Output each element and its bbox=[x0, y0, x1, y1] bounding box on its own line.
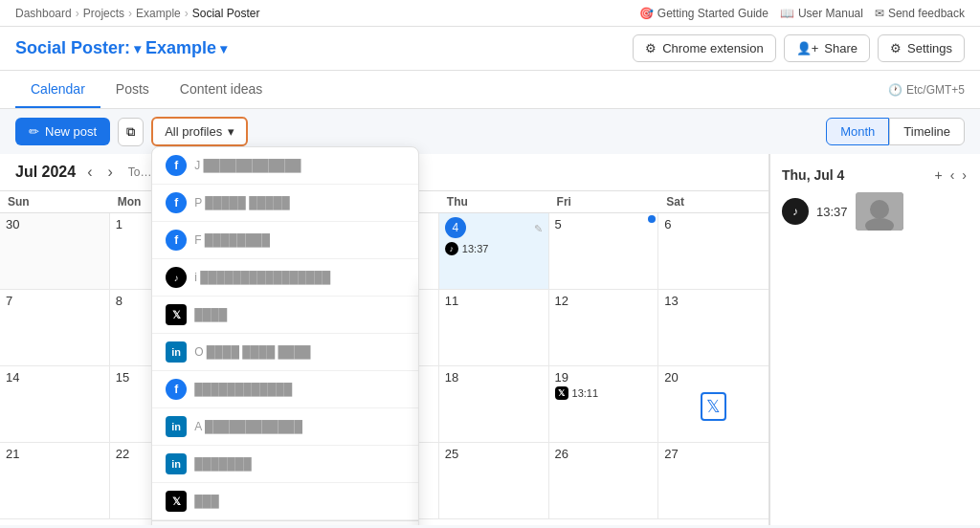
toolbar-left: ✏ New post ⧉ All profiles ▾ f J ████████… bbox=[15, 117, 248, 146]
profiles-dropdown: f J ████████████ f P █████ █████ f F ███… bbox=[151, 146, 419, 525]
month-view-button[interactable]: Month bbox=[826, 118, 889, 145]
cal-cell-12[interactable]: 12 bbox=[549, 290, 659, 366]
share-icon: 👤+ bbox=[796, 41, 819, 55]
project-name-link[interactable]: Example bbox=[145, 38, 227, 57]
chrome-icon: ⚙ bbox=[645, 41, 657, 55]
book-icon: 📖 bbox=[780, 7, 794, 20]
profile-item[interactable]: 𝕏 ███ bbox=[152, 483, 418, 520]
cal-cell-20[interactable]: 20 𝕏 bbox=[658, 366, 768, 443]
day-header-thu: Thu bbox=[439, 191, 549, 212]
tab-calendar[interactable]: Calendar bbox=[15, 72, 100, 108]
x-profile-icon: 𝕏 bbox=[166, 304, 187, 325]
share-button[interactable]: 👤+ Share bbox=[784, 34, 870, 62]
cal-cell-21[interactable]: 21 bbox=[0, 443, 110, 519]
profile-item[interactable]: f J ████████████ bbox=[152, 147, 418, 185]
fb-profile-icon: f bbox=[166, 192, 187, 213]
day-header-sat: Sat bbox=[658, 191, 768, 212]
sidebar-panel: Thu, Jul 4 + ‹ › ♪ 13:37 bbox=[769, 154, 980, 525]
calendar-area: Jul 2024 ‹ › To… Sun Mon Tue Wed Thu Fri… bbox=[0, 154, 980, 525]
cal-cell-18[interactable]: 18 bbox=[439, 366, 549, 443]
breadcrumb-dashboard[interactable]: Dashboard bbox=[15, 7, 72, 20]
toolbar-right: Month Timeline bbox=[826, 118, 965, 145]
toolbar: ✏ New post ⧉ All profiles ▾ f J ████████… bbox=[0, 109, 980, 154]
profile-item[interactable]: in ███████ bbox=[152, 446, 418, 483]
fb-profile-icon: f bbox=[166, 230, 187, 251]
profile-item[interactable]: ♪ i ████████████████ bbox=[152, 259, 418, 297]
add-profile-button[interactable]: Add profile › f Connect Facebook 📷 Conne… bbox=[152, 520, 418, 525]
profile-item[interactable]: f ████████████ bbox=[152, 371, 418, 408]
breadcrumb: Dashboard › Projects › Example › Social … bbox=[15, 7, 259, 20]
event-4-1[interactable]: ♪ 13:37 bbox=[445, 242, 543, 255]
fb-profile-icon: f bbox=[166, 379, 187, 400]
cal-cell-4-today[interactable]: 4 ✎ ♪ 13:37 bbox=[439, 213, 549, 290]
today-label: To… bbox=[128, 165, 152, 179]
cal-cell-11[interactable]: 11 bbox=[439, 290, 549, 366]
linkedin-profile-icon: in bbox=[166, 416, 187, 437]
profile-item[interactable]: f F ████████ bbox=[152, 222, 418, 259]
tab-posts[interactable]: Posts bbox=[100, 72, 165, 108]
edit-icon[interactable]: ✎ bbox=[534, 223, 543, 235]
day-header-sun: Sun bbox=[0, 191, 110, 212]
chevron-down-icon: ▾ bbox=[228, 124, 234, 139]
sidebar-event-image bbox=[856, 192, 903, 231]
x-event-icon: 𝕏 bbox=[555, 386, 568, 400]
profile-item[interactable]: f P █████ █████ bbox=[152, 185, 418, 222]
sidebar-add-button[interactable]: + bbox=[932, 165, 944, 185]
sidebar-date: Thu, Jul 4 + ‹ › bbox=[782, 165, 969, 185]
header-actions: ⚙ Chrome extension 👤+ Share ⚙ Settings bbox=[633, 34, 965, 62]
sidebar-event-item[interactable]: ♪ 13:37 bbox=[782, 192, 969, 231]
cal-cell-26[interactable]: 26 bbox=[549, 443, 659, 519]
sidebar-next-button[interactable]: › bbox=[960, 165, 969, 185]
profile-item[interactable]: in O ████ ████ ████ bbox=[152, 334, 418, 371]
copy-button[interactable]: ⧉ bbox=[118, 118, 144, 146]
page-header: Social Poster: Example ⚙ Chrome extensio… bbox=[0, 27, 980, 71]
tiktok-sidebar-icon: ♪ bbox=[792, 205, 798, 218]
tabs-bar: Calendar Posts Content ideas 🕐 Etc/GMT+5 bbox=[0, 71, 980, 109]
breadcrumb-example[interactable]: Example bbox=[136, 7, 181, 20]
new-post-button[interactable]: ✏ New post bbox=[15, 118, 110, 145]
all-profiles-button[interactable]: All profiles ▾ bbox=[151, 117, 248, 146]
cal-cell-30-jun[interactable]: 30 bbox=[0, 213, 110, 290]
getting-started-icon: 🎯 bbox=[639, 7, 654, 20]
linkedin-profile-icon: in bbox=[166, 341, 187, 363]
tiktok-event-icon: ♪ bbox=[445, 242, 458, 255]
getting-started-link[interactable]: 🎯 Getting Started Guide bbox=[639, 7, 768, 20]
cal-cell-13[interactable]: 13 bbox=[658, 290, 768, 366]
event-dot-5 bbox=[648, 215, 656, 223]
timezone-display: 🕐 Etc/GMT+5 bbox=[888, 83, 965, 97]
copy-icon: ⧉ bbox=[126, 124, 135, 139]
profile-item[interactable]: in A ████████████ bbox=[152, 408, 418, 446]
tiktok-profile-icon: ♪ bbox=[166, 267, 187, 288]
timeline-view-button[interactable]: Timeline bbox=[889, 118, 965, 145]
feedback-icon: ✉ bbox=[875, 7, 884, 20]
gear-icon: ⚙ bbox=[890, 41, 902, 55]
x-profile-icon: 𝕏 bbox=[166, 491, 187, 512]
linkedin-profile-icon: in bbox=[166, 453, 187, 474]
day-header-fri: Fri bbox=[549, 191, 659, 212]
cal-cell-6[interactable]: 6 bbox=[658, 213, 768, 290]
settings-button[interactable]: ⚙ Settings bbox=[878, 34, 965, 62]
tab-content-ideas[interactable]: Content ideas bbox=[165, 72, 278, 108]
cal-cell-14[interactable]: 14 bbox=[0, 366, 110, 443]
cal-cell-27[interactable]: 27 bbox=[658, 443, 768, 519]
cal-cell-25[interactable]: 25 bbox=[439, 443, 549, 519]
user-manual-link[interactable]: 📖 User Manual bbox=[780, 7, 863, 20]
prev-month-button[interactable]: ‹ bbox=[83, 162, 96, 183]
clock-icon: 🕐 bbox=[888, 83, 902, 97]
cal-cell-19[interactable]: 19 𝕏 13:11 bbox=[549, 366, 659, 443]
fb-profile-icon: f bbox=[166, 155, 187, 176]
next-month-button[interactable]: › bbox=[103, 162, 116, 183]
sidebar-nav: + ‹ › bbox=[932, 165, 969, 185]
cal-cell-7[interactable]: 7 bbox=[0, 290, 110, 366]
send-feedback-link[interactable]: ✉ Send feedback bbox=[875, 7, 965, 20]
sidebar-prev-button[interactable]: ‹ bbox=[948, 165, 957, 185]
profile-item[interactable]: 𝕏 ████ bbox=[152, 297, 418, 334]
x-large-icon: 𝕏 bbox=[701, 392, 726, 421]
chrome-extension-button[interactable]: ⚙ Chrome extension bbox=[633, 34, 776, 62]
cal-cell-5[interactable]: 5 bbox=[549, 213, 659, 290]
profiles-dropdown-container: All profiles ▾ f J ████████████ f P ████… bbox=[151, 117, 248, 146]
breadcrumb-current: Social Poster bbox=[192, 7, 260, 20]
pencil-icon: ✏ bbox=[29, 124, 39, 139]
event-19-1[interactable]: 𝕏 13:11 bbox=[555, 386, 653, 400]
breadcrumb-projects[interactable]: Projects bbox=[83, 7, 124, 20]
